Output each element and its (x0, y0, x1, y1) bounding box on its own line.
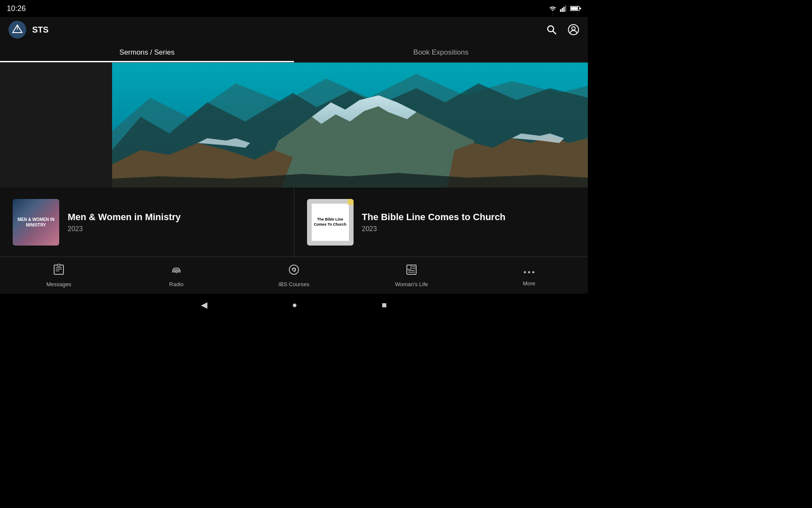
svg-rect-5 (571, 7, 578, 10)
messages-icon (53, 264, 65, 279)
account-icon[interactable] (568, 24, 579, 36)
app-title: STS (32, 25, 49, 35)
status-bar: 10:26 (0, 0, 588, 17)
tab-sermons[interactable]: Sermons / Series (0, 42, 294, 62)
header-left: STS (8, 21, 49, 39)
series-thumb-1: MEN & WOMEN IN MINISTRY (13, 199, 59, 246)
svg-rect-0 (560, 9, 561, 12)
series-thumb-inner-2: The Bible Line Comes To Church (312, 204, 349, 241)
svg-point-28 (524, 271, 526, 273)
series-thumb-2: The Bible Line Comes To Church (307, 199, 354, 246)
svg-rect-23 (407, 265, 411, 269)
back-button[interactable]: ◀ (201, 300, 207, 310)
android-nav: ◀ ● ■ (0, 294, 588, 316)
svg-point-30 (532, 271, 535, 273)
more-icon (523, 265, 535, 278)
svg-rect-18 (58, 264, 60, 266)
womans-life-icon (406, 264, 417, 279)
mountain-svg (112, 63, 588, 188)
nav-radio[interactable]: Radio (118, 264, 235, 287)
svg-point-12 (572, 27, 575, 30)
recents-button[interactable]: ■ (382, 300, 387, 310)
series-title-2: The Bible Line Comes to Church (362, 212, 576, 223)
hero-banner (0, 63, 588, 188)
home-button[interactable]: ● (292, 300, 297, 310)
nav-womans-life-label: Woman's Life (395, 281, 428, 287)
search-icon[interactable] (546, 24, 557, 36)
status-time: 10:26 (7, 4, 26, 13)
header-right (546, 24, 579, 36)
header: STS (0, 17, 588, 42)
nav-more-label: More (523, 280, 535, 287)
nav-ibs[interactable]: IBS Courses (235, 264, 353, 287)
bottom-nav: Messages Radio IBS Courses (0, 257, 588, 294)
nav-messages-label: Messages (46, 281, 71, 287)
app-logo[interactable] (8, 21, 26, 39)
nav-ibs-label: IBS Courses (279, 281, 310, 287)
svg-rect-2 (563, 7, 565, 12)
svg-rect-6 (580, 8, 581, 9)
nav-womans-life[interactable]: Woman's Life (353, 264, 470, 287)
svg-point-29 (528, 271, 530, 273)
wifi-icon (548, 5, 557, 12)
svg-rect-3 (565, 6, 566, 12)
svg-point-19 (176, 272, 177, 273)
series-list: MEN & WOMEN IN MINISTRY Men & Women in M… (0, 188, 588, 257)
svg-rect-1 (562, 8, 563, 12)
ibs-icon (288, 264, 300, 279)
signal-icon (560, 5, 568, 12)
tab-book-expositions[interactable]: Book Expositions (294, 42, 588, 62)
nav-more[interactable]: More (470, 265, 588, 287)
radio-icon (170, 264, 182, 279)
hero-image (112, 63, 588, 188)
series-info-2: The Bible Line Comes to Church 2023 (362, 212, 576, 233)
series-item-bible-line[interactable]: The Bible Line Comes To Church The Bible… (294, 188, 588, 257)
logo-icon (12, 24, 23, 35)
svg-line-10 (553, 31, 556, 34)
svg-point-21 (293, 268, 295, 271)
series-info-1: Men & Women in Ministry 2023 (68, 212, 281, 233)
status-icons (548, 5, 581, 12)
tabs: Sermons / Series Book Expositions (0, 42, 588, 63)
series-year-2: 2023 (362, 225, 576, 233)
series-title-1: Men & Women in Ministry (68, 212, 281, 223)
nav-messages[interactable]: Messages (0, 264, 118, 287)
hero-dark-left (0, 63, 112, 188)
series-thumb-text-1: MEN & WOMEN IN MINISTRY (16, 217, 56, 228)
series-item-men-women[interactable]: MEN & WOMEN IN MINISTRY Men & Women in M… (0, 188, 294, 257)
nav-radio-label: Radio (169, 281, 184, 287)
battery-icon (570, 6, 581, 11)
series-year-1: 2023 (68, 225, 281, 233)
series-thumb-badge-2 (348, 199, 354, 205)
svg-point-20 (289, 265, 299, 274)
